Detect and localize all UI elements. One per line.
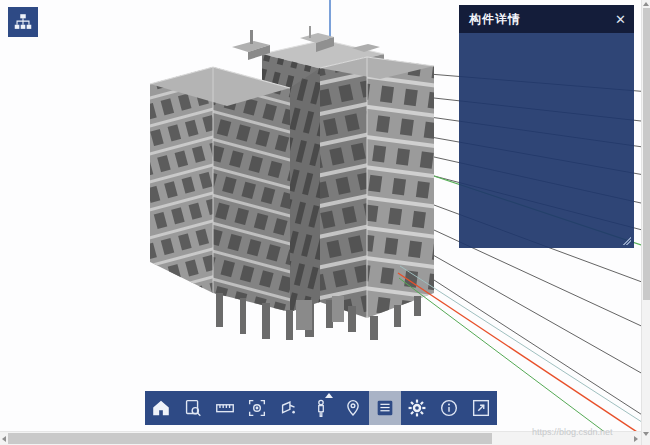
model-tree-button[interactable]	[8, 7, 38, 37]
bottom-toolbar	[145, 391, 497, 425]
vertical-scrollbar[interactable]	[641, 0, 650, 445]
panel-resize-grip[interactable]	[622, 236, 631, 245]
toolbar-button-section-plane[interactable]	[273, 391, 305, 425]
toolbar-button-measure[interactable]	[209, 391, 241, 425]
toolbar-button-fit-view[interactable]	[241, 391, 273, 425]
sitemap-icon	[12, 11, 34, 33]
toolbar-button-view-document[interactable]	[177, 391, 209, 425]
info-icon	[438, 397, 460, 419]
location-pin-icon	[342, 397, 364, 419]
close-icon[interactable]: ✕	[615, 13, 626, 26]
toolbar-button-about[interactable]	[433, 391, 465, 425]
toolbar-button-viewpoint[interactable]	[337, 391, 369, 425]
home-icon	[150, 397, 172, 419]
ruler-icon	[214, 397, 236, 419]
scroll-right-arrow-icon[interactable]	[634, 436, 638, 442]
gear-icon	[406, 397, 428, 419]
toolbar-button-settings[interactable]	[401, 391, 433, 425]
scroll-up-arrow-icon[interactable]	[643, 2, 649, 6]
vertical-scrollbar-thumb[interactable]	[643, 8, 650, 300]
component-details-body	[459, 33, 634, 248]
toolbar-button-fullscreen[interactable]	[465, 391, 497, 425]
toolbar-button-component-details[interactable]	[369, 391, 401, 425]
bim-viewer-window: 构件详情 ✕	[0, 0, 650, 445]
horizontal-scrollbar[interactable]	[0, 431, 641, 445]
details-list-icon	[374, 397, 396, 419]
expand-icon	[470, 397, 492, 419]
scroll-left-arrow-icon[interactable]	[2, 436, 6, 442]
caret-up-icon	[325, 393, 333, 398]
focus-brackets-icon	[246, 397, 268, 419]
section-plane-icon	[278, 397, 300, 419]
panel-title: 构件详情	[469, 11, 521, 28]
horizontal-scrollbar-thumb[interactable]	[8, 433, 492, 444]
person-icon	[310, 397, 332, 419]
scroll-down-arrow-icon[interactable]	[643, 432, 649, 436]
panel-header: 构件详情 ✕	[459, 5, 634, 33]
toolbar-button-home[interactable]	[145, 391, 177, 425]
building-model	[150, 26, 434, 340]
document-search-icon	[182, 397, 204, 419]
toolbar-button-walkthrough[interactable]	[305, 391, 337, 425]
component-details-panel: 构件详情 ✕	[459, 5, 634, 248]
